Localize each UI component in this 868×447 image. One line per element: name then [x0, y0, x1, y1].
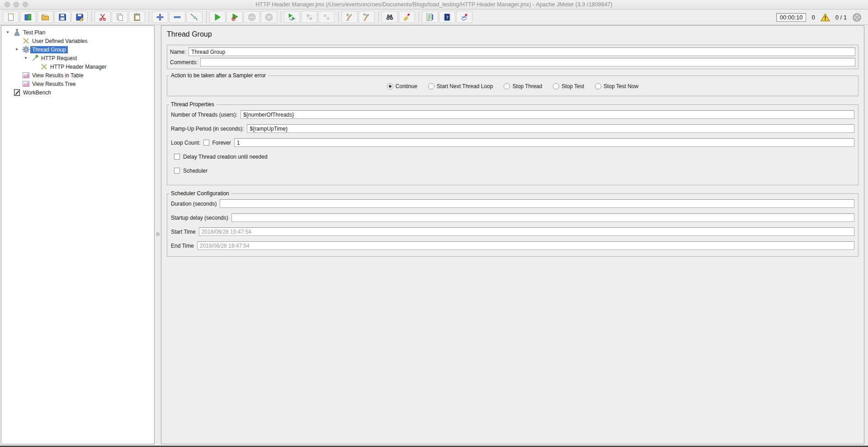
radio-icon[interactable]: [387, 83, 393, 89]
radio-label: Continue: [396, 83, 417, 89]
help-book-icon: ?: [443, 13, 452, 22]
radio-icon[interactable]: [428, 83, 434, 89]
tree-item-label[interactable]: HTTP Header Manager: [48, 63, 108, 71]
function-helper-icon: [425, 13, 434, 22]
remote-stop-all-button[interactable]: [301, 11, 317, 23]
tree-item-label[interactable]: Test Plan: [21, 29, 47, 36]
scheduler-row[interactable]: Scheduler: [174, 166, 854, 175]
stop-button[interactable]: STOP: [244, 11, 260, 23]
remote-start-all-button[interactable]: [284, 11, 300, 23]
shutdown-icon: [264, 13, 274, 22]
expand-all-button[interactable]: [152, 11, 168, 23]
cut-button[interactable]: [94, 11, 111, 23]
copy-button[interactable]: [112, 11, 128, 23]
function-helper-button[interactable]: [422, 11, 438, 23]
page-title: Thread Group: [167, 30, 859, 38]
clear-all-button[interactable]: [359, 11, 375, 23]
molecule-button[interactable]: [456, 11, 472, 23]
new-button[interactable]: [3, 11, 19, 23]
test-plan-tree: ▼ Test Plan User Defined Variables ▼ Thr…: [1, 25, 155, 444]
help-button[interactable]: ?: [439, 11, 455, 23]
clear-broom-icon: [345, 13, 354, 22]
tree-item-thread-group[interactable]: ▼ Thread Group: [1, 45, 154, 54]
toolbar-separator: [149, 11, 149, 23]
remote-start-icon: [288, 13, 297, 22]
window-title: HTTP Header Manager.jmx (/Users/evertson…: [0, 1, 868, 8]
scheduler-checkbox[interactable]: [174, 168, 180, 174]
comments-input[interactable]: [200, 58, 855, 66]
tree-item-label[interactable]: Thread Group: [30, 46, 68, 53]
tree-item-label[interactable]: View Results in Table: [30, 72, 85, 79]
warning-indicator[interactable]: [821, 13, 830, 22]
end-time-input[interactable]: [197, 241, 854, 250]
open-button[interactable]: [37, 11, 53, 23]
zoom-button[interactable]: [23, 2, 28, 7]
radio-stop-thread[interactable]: Stop Thread: [504, 83, 542, 89]
name-input[interactable]: [189, 47, 855, 56]
save-button[interactable]: [54, 11, 71, 23]
ramp-up-input[interactable]: [247, 124, 854, 133]
search-reset-button[interactable]: [399, 11, 415, 23]
end-time-row: End Time: [171, 241, 854, 250]
radio-stop-test-now[interactable]: Stop Test Now: [595, 83, 638, 89]
toolbar-separator: [419, 11, 419, 23]
remote-shutdown-all-button[interactable]: [318, 11, 335, 23]
duration-row: Duration (seconds): [171, 199, 854, 208]
start-no-pauses-button[interactable]: [226, 11, 243, 23]
chevron-down-icon[interactable]: ▼: [12, 45, 21, 54]
duration-input[interactable]: [220, 199, 854, 208]
ramp-up-row: Ramp-Up Period (in seconds):: [171, 124, 854, 133]
search-button[interactable]: [382, 11, 398, 23]
warning-triangle-icon: [821, 13, 830, 22]
tree-item-label[interactable]: HTTP Request: [39, 55, 79, 62]
tree-main-splitter[interactable]: [155, 25, 161, 444]
end-time-label: End Time: [171, 243, 194, 249]
tree-item-label[interactable]: User Defined Variables: [30, 38, 90, 45]
comments-row: Comments:: [169, 57, 856, 67]
scheduler-label: Scheduler: [183, 168, 208, 174]
save-as-button[interactable]: [71, 11, 88, 23]
radio-icon[interactable]: [553, 83, 559, 89]
collapse-all-button[interactable]: [169, 11, 185, 23]
paste-button[interactable]: [129, 11, 145, 23]
radio-icon[interactable]: [504, 83, 510, 89]
chevron-down-icon[interactable]: ▼: [3, 28, 12, 37]
chevron-down-icon[interactable]: ▼: [21, 54, 30, 62]
delay-thread-creation-checkbox[interactable]: [174, 154, 180, 160]
templates-button[interactable]: [20, 11, 36, 23]
number-of-threads-input[interactable]: [241, 110, 854, 119]
startup-delay-input[interactable]: [231, 213, 854, 222]
close-button[interactable]: [5, 2, 10, 7]
radio-continue[interactable]: Continue: [387, 83, 417, 89]
tree-item-user-defined-variables[interactable]: User Defined Variables: [1, 37, 154, 45]
radio-start-next-thread-loop[interactable]: Start Next Thread Loop: [428, 83, 493, 89]
start-icon: [213, 13, 222, 22]
tree-item-label[interactable]: WorkBench: [21, 89, 53, 96]
tree-item-view-results-tree[interactable]: View Results Tree: [1, 80, 154, 88]
tree-item-label[interactable]: View Results Tree: [30, 80, 78, 88]
tree-item-test-plan[interactable]: ▼ Test Plan: [1, 28, 154, 37]
tree-item-http-request[interactable]: ▼ HTTP Request: [1, 54, 154, 62]
start-time-input[interactable]: [199, 227, 854, 236]
toggle-button[interactable]: [186, 11, 203, 23]
delay-thread-creation-row[interactable]: Delay Thread creation until needed: [174, 152, 854, 161]
start-button[interactable]: [209, 11, 226, 23]
radio-stop-test[interactable]: Stop Test: [553, 83, 584, 89]
shutdown-button[interactable]: [261, 11, 277, 23]
start-no-pauses-icon: [230, 13, 239, 22]
tree-item-http-header-manager[interactable]: HTTP Header Manager: [1, 62, 154, 71]
tree-item-view-results-in-table[interactable]: View Results in Table: [1, 71, 154, 80]
thread-status-indicator: [852, 13, 862, 22]
toolbar-separator: [281, 11, 281, 23]
copy-icon: [115, 13, 124, 22]
clear-button[interactable]: [341, 11, 358, 23]
loop-count-input[interactable]: [234, 138, 854, 147]
forever-checkbox[interactable]: [203, 140, 209, 146]
minimize-button[interactable]: [14, 2, 19, 7]
radio-icon[interactable]: [595, 83, 601, 89]
forever-label: Forever: [212, 140, 231, 146]
tree-item-workbench[interactable]: WorkBench: [1, 88, 154, 97]
group-legend: Action to be taken after a Sampler error: [169, 72, 268, 79]
plus-icon: [156, 13, 165, 22]
splitter-handle[interactable]: [156, 232, 160, 236]
